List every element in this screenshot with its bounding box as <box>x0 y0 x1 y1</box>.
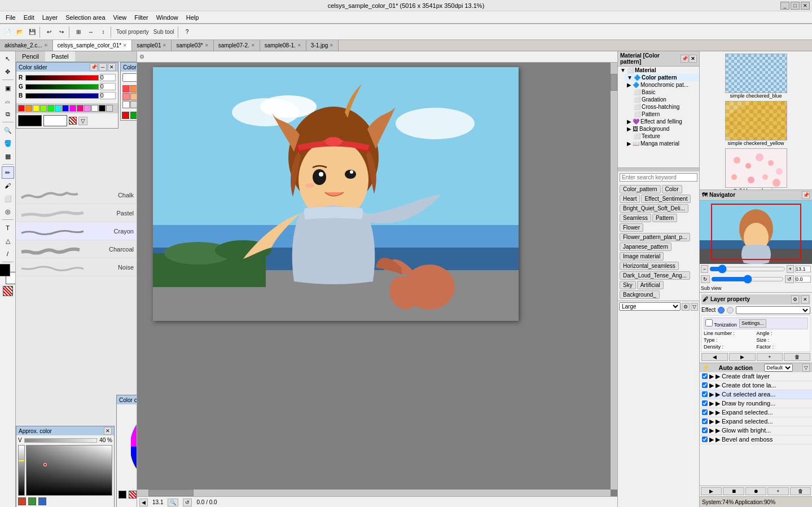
brush-chalk[interactable]: Chalk <box>16 186 137 204</box>
size-select[interactable]: Large Medium Small <box>619 302 681 311</box>
tag-flower-pattern[interactable]: Flower_pattern_plant_p... <box>620 233 690 241</box>
transform-btn[interactable]: ⊞ <box>72 26 85 38</box>
tab-sample08[interactable]: sample08-1.✕ <box>260 40 306 51</box>
open-btn[interactable]: 📂 <box>14 26 26 38</box>
tag-color[interactable]: Color <box>662 185 682 193</box>
aa-check-4[interactable] <box>702 409 708 415</box>
gradient-tool[interactable]: ▦ <box>2 150 14 162</box>
aa-set-select[interactable]: Default <box>764 364 793 372</box>
g-slider-track[interactable] <box>25 84 99 90</box>
mat-pin[interactable]: 📌 <box>681 55 688 63</box>
approx-color-header[interactable]: Approx. color ✕ <box>16 426 114 435</box>
menu-edit[interactable]: Edit <box>20 14 38 21</box>
tag-heart[interactable]: Heart <box>620 195 640 203</box>
cursor-tool[interactable]: ↖ <box>2 52 14 65</box>
tree-monochromic[interactable]: ▶ 🔷 Monochromic pat... <box>625 81 699 89</box>
minimize-btn[interactable]: _ <box>780 2 789 10</box>
canvas-hscroll[interactable] <box>137 490 611 496</box>
tag-image-material[interactable]: Image material <box>620 252 664 261</box>
erase-tool[interactable]: ⬜ <box>2 192 14 205</box>
g-value-input[interactable] <box>100 83 116 90</box>
figure-tool[interactable]: △ <box>2 235 14 247</box>
tonization-checkbox-label[interactable]: Tonization <box>705 319 737 328</box>
nav-zoom-out[interactable]: − <box>701 265 708 273</box>
effect-circle-off[interactable] <box>727 307 734 314</box>
transparent-swatch[interactable] <box>69 117 77 125</box>
tree-pattern[interactable]: ⬜ Pattern <box>631 111 699 118</box>
aa-check-5[interactable] <box>702 418 708 424</box>
pen-tool[interactable]: ✏ <box>2 166 14 179</box>
aa-check-3[interactable] <box>702 400 708 406</box>
tree-material[interactable]: ▼ ⬜ Material <box>618 67 699 74</box>
tag-japanese[interactable]: Japanese_pattern <box>620 243 671 251</box>
aa-check-2[interactable] <box>702 391 708 397</box>
aa-play[interactable]: ▶ <box>701 487 722 495</box>
tab-sample07[interactable]: sample07-2.✕ <box>214 40 260 51</box>
nav-preview[interactable] <box>700 201 812 264</box>
color-slider-header[interactable]: Color slider 📌 ─ ✕ <box>16 63 118 72</box>
swatch-orange[interactable] <box>25 105 32 112</box>
transparent-color[interactable] <box>3 286 13 296</box>
current-fg-color[interactable] <box>18 115 42 126</box>
aa-check-6[interactable] <box>702 427 708 433</box>
new-btn[interactable]: 📄 <box>1 26 14 38</box>
settings-btn[interactable]: Settings... <box>739 319 766 328</box>
brush-crayon[interactable]: Crayon <box>16 222 137 240</box>
tree-gradation[interactable]: ⬜ Gradation <box>631 96 699 103</box>
color-slider-pin[interactable]: 📌 <box>90 63 98 71</box>
fg-color-swatch[interactable] <box>0 264 10 276</box>
tab-akishake[interactable]: akishake_2.c...✕ <box>0 40 53 51</box>
color-circle-header[interactable]: Color circle ✕ <box>117 395 137 404</box>
swatch-blue[interactable] <box>62 105 69 112</box>
approx-close[interactable]: ✕ <box>104 427 112 435</box>
lp-options[interactable]: ⚙ <box>791 296 799 303</box>
color-set-header[interactable]: Color set 📌 ─ ✕ <box>121 63 137 72</box>
nav-rot-slider[interactable] <box>711 276 784 283</box>
brush-tab-pencil[interactable]: Pencil <box>16 51 45 61</box>
move-tool[interactable]: ✥ <box>2 65 14 78</box>
tree-effect[interactable]: ▶ 💜 Effect and felling <box>625 118 699 125</box>
swatch-white[interactable] <box>91 105 98 112</box>
tree-color-pattern[interactable]: ▼ 🔷 Color pattern <box>625 74 699 81</box>
tree-background[interactable]: ▶ 🖼 Background <box>625 125 699 133</box>
brush-tab-pastel[interactable]: Pastel <box>45 51 75 61</box>
redo-btn[interactable]: ↪ <box>55 26 68 38</box>
cs-swatch[interactable] <box>130 101 137 108</box>
cc-transparent[interactable] <box>129 491 137 499</box>
main-canvas[interactable] <box>153 67 519 321</box>
tag-color-pattern[interactable]: Color_pattern <box>620 185 661 193</box>
tag-sky[interactable]: Sky <box>620 281 636 289</box>
tag-horizontal[interactable]: Horizontal_seamless <box>620 262 679 270</box>
swatch-lightpink[interactable] <box>84 105 91 112</box>
nav-zoom-val[interactable] <box>795 266 811 272</box>
mat-filter-btn[interactable]: ▽ <box>691 303 698 311</box>
tag-pattern[interactable]: Pattern <box>652 214 677 222</box>
tag-flower[interactable]: Flower <box>620 223 643 232</box>
eyedropper-tool[interactable]: 🔍 <box>2 124 14 136</box>
status-btn-left[interactable]: ◀ <box>139 499 148 506</box>
menu-layer[interactable]: Layer <box>39 14 62 21</box>
menu-filter[interactable]: Filter <box>131 14 151 21</box>
vscroll-thumb[interactable] <box>611 74 617 91</box>
text-tool[interactable]: T <box>2 222 14 234</box>
tab-sample01[interactable]: sample01✕ <box>132 40 172 51</box>
blend-tool[interactable]: ◎ <box>2 205 14 218</box>
menu-view[interactable]: View <box>110 14 130 21</box>
hscroll-thumb[interactable] <box>148 490 194 496</box>
approx-color-box[interactable] <box>26 445 112 496</box>
v-slider[interactable] <box>24 438 98 443</box>
b-value-input[interactable] <box>100 92 116 99</box>
tag-seamless[interactable]: Seamless <box>620 214 651 222</box>
tree-texture[interactable]: ⬜ Texture <box>631 133 699 140</box>
approx-fg-color[interactable] <box>18 497 26 505</box>
cs-swatch[interactable] <box>130 85 137 92</box>
current-bg-color[interactable] <box>43 115 67 126</box>
swatch-red[interactable] <box>18 105 25 112</box>
brush-noise[interactable]: Noise <box>16 258 137 276</box>
tag-background[interactable]: Background_ <box>620 290 660 299</box>
menu-help[interactable]: Help <box>183 14 203 21</box>
zoom-controls[interactable]: 🔍 <box>168 499 178 506</box>
aa-check-1[interactable] <box>702 382 708 388</box>
nav-zoom-in[interactable]: + <box>787 265 794 273</box>
nav-pin[interactable]: 📌 <box>802 191 810 199</box>
